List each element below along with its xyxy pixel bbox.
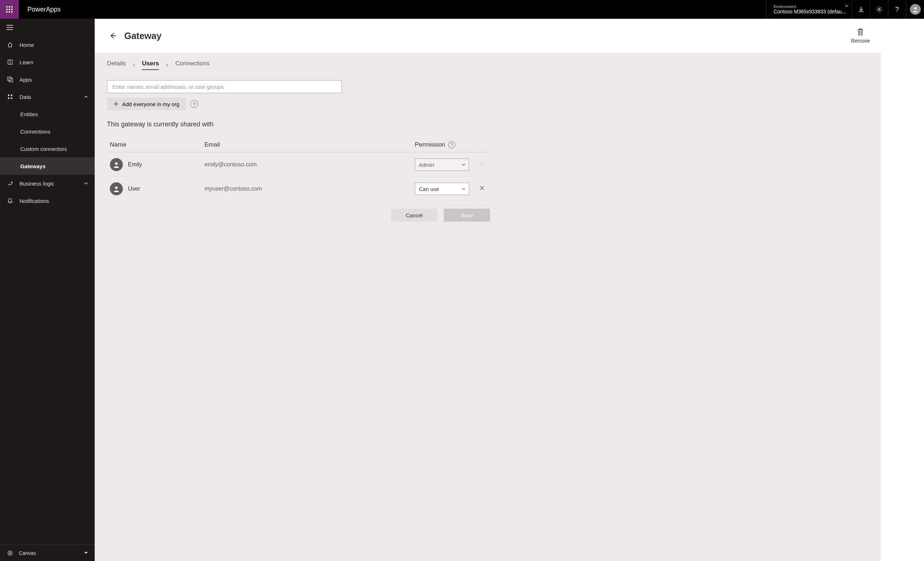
users-table: Name Email Permission ? [107,137,490,202]
home-icon [7,42,13,48]
user-avatar-icon [110,182,123,195]
add-everyone-button[interactable]: Add everyone in my org [107,97,186,111]
chevron-down-icon [462,162,466,167]
bell-icon [7,198,13,203]
svg-rect-2 [11,6,13,7]
column-header-email: Email [202,138,412,153]
sidebar: Home Learn Apps Data Entities Connection… [0,19,94,561]
help-button[interactable]: ? [888,0,906,19]
svg-point-20 [9,552,11,554]
svg-rect-6 [6,11,8,13]
svg-rect-8 [11,11,13,13]
svg-rect-13 [8,77,11,81]
svg-point-21 [115,162,118,165]
back-button[interactable] [105,28,120,43]
chevron-down-icon [84,181,88,186]
sidebar-item-label: Data [20,94,31,100]
permission-select[interactable]: Can use [415,183,469,195]
remove-label: Remove [851,38,870,44]
svg-rect-3 [6,9,8,10]
settings-button[interactable] [870,0,888,19]
sidebar-item-label: Notifications [20,198,49,204]
environment-picker[interactable]: Environment Contoso M365x933833 (defau..… [766,0,852,19]
data-icon [7,94,13,100]
tab-connections[interactable]: Connections [175,60,210,70]
sidebar-item-custom-connectors[interactable]: Custom connectors [0,140,94,157]
question-icon: ? [895,6,899,13]
user-name: Emily [128,162,142,168]
chevron-up-icon [84,94,88,99]
svg-rect-18 [11,97,12,99]
save-button[interactable]: Save [444,209,490,221]
sidebar-item-label: Entities [20,111,38,117]
tab-details[interactable]: Details [107,60,126,70]
sidebar-item-business-logic[interactable]: Business logic [0,175,94,192]
question-icon: ? [193,102,195,107]
environment-label: Environment [774,4,846,9]
account-button[interactable] [906,0,924,19]
brand-label: PowerApps [19,0,69,19]
environment-name: Contoso M365x933833 (defau... [774,9,846,15]
svg-rect-14 [9,78,13,82]
design-mode-picker[interactable]: Canvas [0,545,94,561]
user-search-input[interactable] [107,80,342,93]
table-row: User myuser@contoso.com Can use [108,177,489,201]
column-header-permission: Permission ? [412,138,474,153]
user-email: emily@contoso.com [202,153,412,177]
sidebar-item-label: Learn [20,59,33,65]
sidebar-item-gateways[interactable]: Gateways [0,157,94,175]
trash-icon [857,28,864,36]
sidebar-item-label: Apps [20,76,32,83]
right-padding [880,19,924,561]
user-name: User [128,186,140,192]
svg-rect-0 [6,6,8,7]
svg-rect-15 [8,94,9,96]
waffle-icon [6,6,13,13]
flow-icon [7,181,13,186]
download-button[interactable] [852,0,870,19]
svg-rect-4 [9,9,10,10]
page-title: Gateway [124,31,162,41]
svg-rect-16 [11,94,12,96]
sidebar-item-connections[interactable]: Connections [0,123,94,140]
sidebar-item-learn[interactable]: Learn [0,54,94,71]
sidebar-item-apps[interactable]: Apps [0,71,94,88]
gear-icon [876,6,882,13]
sidebar-item-entities[interactable]: Entities [0,105,94,123]
add-everyone-help[interactable]: ? [190,100,198,108]
close-icon [480,162,484,166]
table-row: Emily emily@contoso.com Admin [108,153,489,177]
permission-header-label: Permission [415,141,445,148]
remove-user-button[interactable] [480,186,484,192]
cancel-button[interactable]: Cancel [391,209,437,221]
remove-button[interactable]: Remove [851,28,870,44]
sidebar-item-label: Custom connectors [20,146,67,152]
tab-users[interactable]: Users [142,60,159,70]
avatar-icon [910,4,921,15]
sidebar-item-label: Home [20,42,34,48]
permission-help[interactable]: ? [448,141,455,148]
hamburger-icon[interactable] [6,25,13,30]
sidebar-item-data[interactable]: Data [0,88,94,105]
close-icon [480,186,484,191]
sidebar-item-notifications[interactable]: Notifications [0,192,94,209]
apps-icon [7,76,13,82]
arrow-left-icon [109,32,117,40]
chevron-down-icon [844,4,849,8]
sidebar-item-home[interactable]: Home [0,36,94,54]
question-icon: ? [451,142,453,147]
svg-rect-7 [9,11,10,13]
target-icon [7,550,13,556]
user-avatar-icon [110,158,123,171]
page-header: Gateway Remove [94,19,880,53]
main-content: Gateway Remove Details Users Connections… [94,19,880,561]
design-mode-label: Canvas [19,550,36,556]
chevron-down-icon [462,187,466,191]
svg-point-22 [115,187,118,189]
waffle-button[interactable] [0,0,19,19]
svg-point-9 [878,9,880,10]
permission-select: Admin [415,159,469,171]
permission-value: Admin [419,162,434,168]
column-header-name: Name [108,138,202,153]
svg-rect-17 [8,97,9,99]
